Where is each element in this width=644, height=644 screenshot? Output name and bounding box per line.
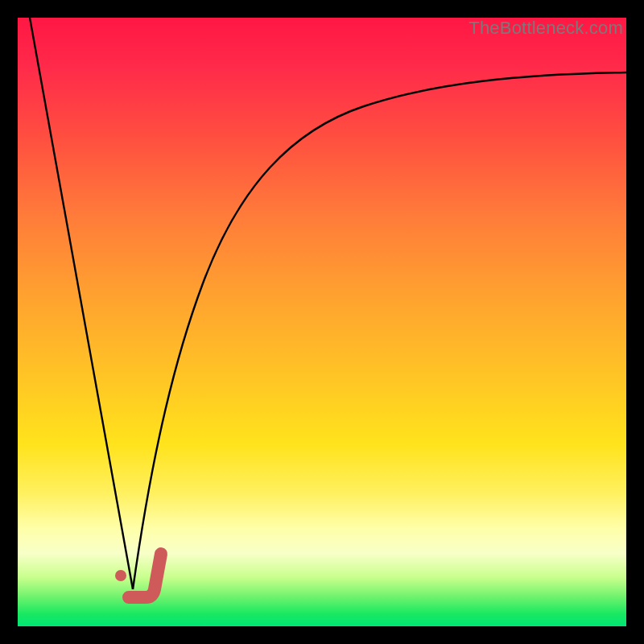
checkmark-icon [129, 554, 161, 597]
plot-area: TheBottleneck.com [18, 18, 626, 626]
curves-layer [18, 18, 626, 626]
marker-dot [115, 570, 126, 581]
left-falling-line [30, 18, 133, 589]
rising-curve [133, 72, 626, 589]
chart-frame: TheBottleneck.com [0, 0, 644, 644]
